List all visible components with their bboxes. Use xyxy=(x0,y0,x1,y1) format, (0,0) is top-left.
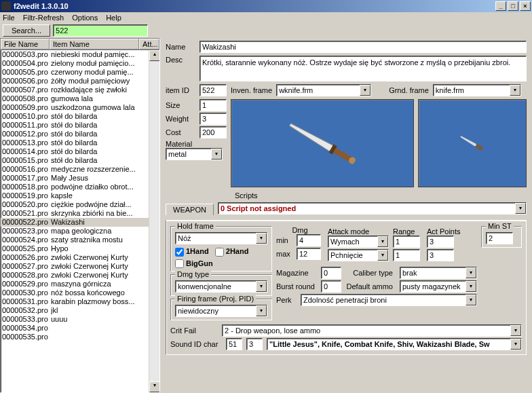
list-item[interactable]: 00000533.prouuuu-R xyxy=(1,315,159,324)
twohand-checkbox[interactable] xyxy=(215,248,224,257)
list-item[interactable]: 00000516.promedyczne rozszerzenie... xyxy=(1,165,159,174)
menu-options[interactable]: Options xyxy=(72,14,98,22)
attack2-combo[interactable]: Pchnięcie▾ xyxy=(328,249,389,261)
soundid1-input[interactable] xyxy=(226,338,242,350)
list-item[interactable]: 00000503.proniebieski moduł pamięc... xyxy=(1,50,159,59)
list-item[interactable]: 00000512.prostół do bilarda xyxy=(1,130,159,138)
list-item[interactable]: 00000529.promaszyna górnicza xyxy=(1,280,159,288)
size-input[interactable] xyxy=(200,99,227,111)
list-item[interactable]: 00000534.pro-R xyxy=(1,324,159,333)
scripts-combo[interactable]: 0 Script not assigned▾ xyxy=(218,202,527,214)
critfail-combo[interactable]: 2 - Drop weapon, lose ammo▾ xyxy=(222,324,522,337)
search-button[interactable]: Search... xyxy=(3,24,50,37)
soundid2-input[interactable] xyxy=(246,338,263,350)
list-item[interactable]: 00000523.promapa geologiczna xyxy=(1,227,159,236)
label-caliber: Caliber type xyxy=(345,269,393,277)
inven-preview xyxy=(231,99,414,187)
label-name: Name xyxy=(166,43,195,51)
label-firingframe: Firing frame (Proj. PID) xyxy=(175,295,256,303)
list-item[interactable]: 00000507.prorozkładające się zwłoki xyxy=(1,86,159,94)
menubar: File Filtr-Refresh Options Help xyxy=(0,12,532,23)
name-input[interactable] xyxy=(200,41,527,53)
scrollbar[interactable]: ▴ ▾ xyxy=(149,50,159,392)
list-item[interactable]: 00000513.prostół do bilarda xyxy=(1,138,159,147)
search-input[interactable] xyxy=(53,24,148,37)
onehand-checkbox[interactable] xyxy=(175,248,184,257)
firingframe-combo[interactable]: niewidoczny▾ xyxy=(175,305,267,317)
chevron-down-icon: ▾ xyxy=(256,281,267,292)
label-magazine: Magazine xyxy=(276,269,317,277)
itemid-input[interactable] xyxy=(200,84,227,96)
list-item[interactable]: 00000522.proWakizashi-R xyxy=(1,218,159,227)
label-dmg: Dmg xyxy=(276,226,324,234)
label-grndframe: Grnd. frame xyxy=(389,86,429,94)
chevron-down-icon: ▾ xyxy=(510,325,521,336)
list-item[interactable]: 00000528.prozwłoki Czerwonej Kurty xyxy=(1,271,159,280)
ammo-combo[interactable]: pusty magazynek▾ xyxy=(400,280,477,293)
list-item[interactable]: 00000509.prouszkodzona gumowa lala xyxy=(1,103,159,112)
soundid-combo[interactable]: "Little Jesus", Knife, Combat Knife, Shi… xyxy=(267,338,522,350)
list-item[interactable]: 00000525.proHypo xyxy=(1,244,159,253)
label-dmgtype: Dmg type xyxy=(175,270,211,278)
range1-input[interactable] xyxy=(393,236,420,248)
list-item[interactable]: 00000510.prostół do bilarda xyxy=(1,112,159,121)
dmgmax-input[interactable] xyxy=(297,248,321,260)
desc-input[interactable]: Krótki, starannie wykonany nóż. Ostrze w… xyxy=(200,56,527,81)
item-list[interactable]: 00000503.proniebieski moduł pamięc...000… xyxy=(1,50,159,392)
range2-input[interactable] xyxy=(393,249,420,261)
list-item[interactable]: 00000520.prociężkie podwójne dział...-R xyxy=(1,200,159,209)
list-item[interactable]: 00000524.proszaty strażnika mostu-R xyxy=(1,236,159,244)
holdframe-combo[interactable]: Nóż▾ xyxy=(175,232,267,244)
tab-weapon[interactable]: WEAPON xyxy=(166,204,214,215)
chevron-down-icon: ▾ xyxy=(360,85,370,96)
burst-input[interactable] xyxy=(321,280,341,293)
list-item[interactable]: 00000517.proMały Jesus-R xyxy=(1,174,159,183)
menu-help[interactable]: Help xyxy=(106,14,121,22)
list-item[interactable]: 00000535.pro-R xyxy=(1,333,159,341)
col-filename[interactable]: File Name xyxy=(1,39,50,50)
list-item[interactable]: 00000506.prożółty moduł pamięciowy xyxy=(1,77,159,86)
material-combo[interactable]: metal▾ xyxy=(166,148,223,160)
label-burst: Burst round xyxy=(276,282,317,291)
minst-input[interactable] xyxy=(486,232,513,244)
col-att[interactable]: Att... xyxy=(139,39,159,50)
grndframe-combo[interactable]: knife.frm▾ xyxy=(433,84,521,96)
list-item[interactable]: 00000508.progumowa lala xyxy=(1,94,159,103)
minimize-button[interactable]: _ xyxy=(495,1,506,11)
dmgmin-input[interactable] xyxy=(297,234,321,246)
weight-input[interactable] xyxy=(200,113,227,125)
list-item[interactable]: 00000530.pronóż bossa końcowego-R xyxy=(1,288,159,297)
list-item[interactable]: 00000518.propodwójne działko obrot...-R xyxy=(1,183,159,191)
list-item[interactable]: 00000504.prozielony moduł pamięcio... xyxy=(1,59,159,68)
list-item[interactable]: 00000521.proskrzynka zbiórki na bie... xyxy=(1,209,159,218)
scroll-down-icon[interactable]: ▾ xyxy=(149,381,159,392)
list-item[interactable]: 00000505.proczerwony moduł pamię... xyxy=(1,68,159,77)
biggun-checkbox[interactable] xyxy=(175,259,184,268)
list-item[interactable]: 00000519.prokapsle xyxy=(1,191,159,200)
cost-input[interactable] xyxy=(200,126,227,138)
list-item[interactable]: 00000515.prostół do bilarda xyxy=(1,156,159,165)
menu-file[interactable]: File xyxy=(3,14,15,22)
list-item[interactable]: 00000514.prostół do bilarda xyxy=(1,147,159,156)
list-item[interactable]: 00000526.prozwłoki Czerwonej Kurty xyxy=(1,253,159,262)
maximize-button[interactable]: □ xyxy=(508,1,518,11)
menu-filtr[interactable]: Filtr-Refresh xyxy=(23,14,64,22)
chevron-down-icon: ▾ xyxy=(377,250,388,261)
list-item[interactable]: 00000511.prostół do bilarda xyxy=(1,121,159,130)
chevron-down-icon: ▾ xyxy=(510,339,521,350)
svg-marker-4 xyxy=(460,135,477,147)
attack1-combo[interactable]: Wymach▾ xyxy=(328,236,389,248)
ap2-input[interactable] xyxy=(427,249,454,261)
list-item[interactable]: 00000531.prokarabin plazmowy boss...-R xyxy=(1,297,159,306)
scroll-up-icon[interactable]: ▴ xyxy=(149,50,159,61)
close-button[interactable]: × xyxy=(520,1,531,11)
list-item[interactable]: 00000532.projkl-R xyxy=(1,306,159,315)
caliber-combo[interactable]: brak▾ xyxy=(400,267,477,279)
col-itemname[interactable]: Item Name xyxy=(50,39,139,50)
perk-combo[interactable]: Zdolność penetracji broni▾ xyxy=(301,294,477,306)
magazine-input[interactable] xyxy=(321,267,341,279)
invframe-combo[interactable]: wknife.frm▾ xyxy=(276,84,371,96)
list-item[interactable]: 00000527.prozwłoki Czerwonej Kurty xyxy=(1,262,159,271)
ap1-input[interactable] xyxy=(427,236,454,248)
dmgtype-combo[interactable]: konwencjonalne▾ xyxy=(175,280,267,293)
